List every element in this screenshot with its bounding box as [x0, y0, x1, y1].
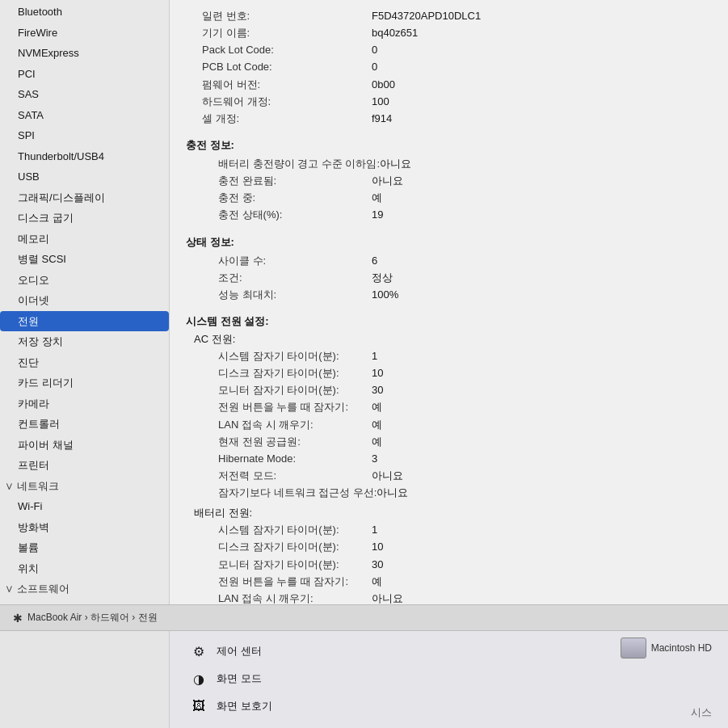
- info-label: 조건:: [186, 270, 372, 286]
- sidebar-item-software-group[interactable]: ∨ 소프트웨어: [0, 579, 169, 600]
- info-value: 예: [372, 574, 382, 590]
- sidebar-item-power[interactable]: 전원: [0, 311, 169, 332]
- sidebar-item-volume[interactable]: 볼륨: [0, 537, 169, 558]
- sidebar-item-ethernet[interactable]: 이더넷: [0, 290, 169, 311]
- info-section: 일련 번호:F5D43720APD10DLC1기기 이름:bq40z651Pac…: [186, 8, 712, 127]
- sidebar-item-bluetooth[interactable]: Bluetooth: [0, 2, 169, 23]
- info-row: LAN 접속 시 깨우기:예: [186, 417, 712, 433]
- info-label: 일련 번호:: [186, 8, 372, 24]
- sics-text: 시스: [691, 705, 712, 720]
- macintosh-hd: Macintosh HD: [621, 638, 712, 659]
- info-row: 성능 최대치:100%: [186, 287, 712, 303]
- sidebar-item-diagnostics[interactable]: 진단: [0, 352, 169, 373]
- info-row: Hibernate Mode:3: [186, 451, 712, 467]
- battery-power-title: 배터리 전원:: [194, 506, 712, 520]
- info-label: 시스템 잠자기 타이머(분):: [186, 348, 372, 364]
- bottom-item-icon-screen-saver: 🖼: [189, 696, 208, 716]
- sidebar-item-camera[interactable]: 카메라: [0, 393, 169, 414]
- info-value: 6: [372, 253, 377, 269]
- info-row: 전원 버튼을 누를 때 잠자기:예: [186, 399, 712, 415]
- info-value: 0: [372, 42, 377, 58]
- info-label: 현재 전원 공급원:: [186, 434, 372, 450]
- info-row: 배터리 충전량이 경고 수준 이하임:아니요: [186, 156, 712, 172]
- main-container: BluetoothFireWireNVMExpressPCISASSATASPI…: [0, 0, 728, 728]
- bottom-item-screen-saver[interactable]: 🖼화면 보호기: [181, 692, 717, 720]
- info-value: 100%: [372, 287, 398, 303]
- info-value: 아니요: [380, 156, 411, 172]
- bottom-item-icon-apple-intelligence: ◎: [189, 724, 208, 728]
- sidebar-item-disk[interactable]: 디스크 굽기: [0, 208, 169, 229]
- info-label: 셀 개정:: [186, 111, 372, 127]
- info-value: 10: [372, 539, 383, 555]
- info-label: PCB Lot Code:: [186, 59, 372, 75]
- sidebar-item-pci[interactable]: PCI: [0, 64, 169, 85]
- sidebar-item-spi[interactable]: SPI: [0, 125, 169, 146]
- sidebar-item-nvmexpress[interactable]: NVMExpress: [0, 43, 169, 64]
- sidebar-item-controller[interactable]: 컨트롤러: [0, 414, 169, 435]
- sidebar-item-card-reader[interactable]: 카드 리더기: [0, 372, 169, 393]
- info-label: 디스크 잠자기 타이머(분):: [186, 365, 372, 381]
- bottom-item-screen-mode[interactable]: ◑화면 모드: [181, 665, 717, 692]
- sidebar-item-fiber-channel[interactable]: 파이버 채널: [0, 435, 169, 456]
- info-row: 전원 버튼을 누를 때 잠자기:예: [186, 574, 712, 590]
- info-row: 디스크 잠자기 타이머(분):10: [186, 365, 712, 381]
- info-row: 조건:정상: [186, 270, 712, 286]
- info-value: bq40z651: [372, 25, 418, 41]
- bottom-item-icon-screen-mode: ◑: [189, 669, 208, 688]
- info-label: 모니터 잠자기 타이머(분):: [186, 557, 372, 573]
- info-value: f914: [372, 111, 392, 127]
- info-label: 펌웨어 버전:: [186, 77, 372, 93]
- info-row: 모니터 잠자기 타이머(분):30: [186, 382, 712, 398]
- macintosh-hd-label: Macintosh HD: [651, 642, 712, 654]
- info-row: 기기 이름:bq40z651: [186, 25, 712, 41]
- sidebar-item-storage[interactable]: 저장 장치: [0, 331, 169, 352]
- sidebar-item-memory[interactable]: 메모리: [0, 229, 169, 250]
- info-label: Hibernate Mode:: [186, 451, 372, 467]
- info-row: 충전 상태(%):19: [186, 207, 712, 223]
- sidebar-item-usb[interactable]: USB: [0, 166, 169, 187]
- info-value: 30: [372, 382, 383, 398]
- sidebar-item-audio[interactable]: 오디오: [0, 270, 169, 291]
- info-value: 10: [372, 365, 383, 381]
- sidebar-item-sas[interactable]: SAS: [0, 84, 169, 105]
- info-value: 정상: [372, 270, 393, 286]
- sidebar-item-location[interactable]: 위치: [0, 558, 169, 579]
- bottom-overlay: ⚙제어 센터◑화면 모드🖼화면 보호기◎Apple Intelligence 및…: [0, 630, 728, 728]
- info-value: 0b00: [372, 77, 395, 93]
- sidebar-item-network-group[interactable]: ∨ 네트워크: [0, 476, 169, 497]
- info-label: 전원 버튼을 누를 때 잠자기:: [186, 399, 372, 415]
- sidebar-item-thunderbolt[interactable]: Thunderbolt/USB4: [0, 146, 169, 167]
- info-section: 충전 정보:배터리 충전량이 경고 수준 이하임:아니요충전 완료됨:아니요충전…: [186, 138, 712, 224]
- sidebar-item-printer[interactable]: 프린터: [0, 455, 169, 476]
- sidebar-item-firewall[interactable]: 방화벽: [0, 517, 169, 538]
- info-value: F5D43720APD10DLC1: [372, 8, 481, 24]
- info-row: 저전력 모드:아니요: [186, 468, 712, 484]
- sidebar-item-sata[interactable]: SATA: [0, 105, 169, 126]
- info-label: 시스템 잠자기 타이머(분):: [186, 522, 372, 538]
- sidebar: BluetoothFireWireNVMExpressPCISASSATASPI…: [0, 0, 170, 630]
- info-row: 현재 전원 공급원:예: [186, 434, 712, 450]
- info-value: 아니요: [372, 468, 403, 484]
- info-row: PCB Lot Code:0: [186, 59, 712, 75]
- breadcrumb-path: MacBook Air › 하드웨어 › 전원: [27, 611, 158, 625]
- info-row: 충전 완료됨:아니요: [186, 173, 712, 189]
- info-value: 예: [372, 399, 382, 415]
- info-label: 사이클 수:: [186, 253, 372, 269]
- info-row: 셀 개정:f914: [186, 111, 712, 127]
- bottom-item-apple-intelligence[interactable]: ◎Apple Intelligence 및 Siri: [181, 720, 717, 728]
- info-label: 배터리 충전량이 경고 수준 이하임:: [186, 156, 380, 172]
- sidebar-item-graphics[interactable]: 그래픽/디스플레이: [0, 187, 169, 208]
- ac-power-title: AC 전원:: [194, 332, 712, 347]
- info-row: 충전 중:예: [186, 190, 712, 206]
- info-label: 충전 완료됨:: [186, 173, 372, 189]
- sidebar-item-firewire[interactable]: FireWire: [0, 23, 169, 44]
- sidebar-item-parallel-scsi[interactable]: 병렬 SCSI: [0, 249, 169, 270]
- info-value: 3: [372, 451, 377, 467]
- info-row: 모니터 잠자기 타이머(분):30: [186, 557, 712, 573]
- sidebar-item-wifi[interactable]: Wi-Fi: [0, 496, 169, 517]
- info-value: 1: [372, 348, 377, 364]
- info-row: 디스크 잠자기 타이머(분):10: [186, 539, 712, 555]
- bottom-left-panel: [0, 631, 170, 728]
- info-label: 저전력 모드:: [186, 468, 372, 484]
- bottom-item-label-screen-mode: 화면 모드: [217, 671, 262, 686]
